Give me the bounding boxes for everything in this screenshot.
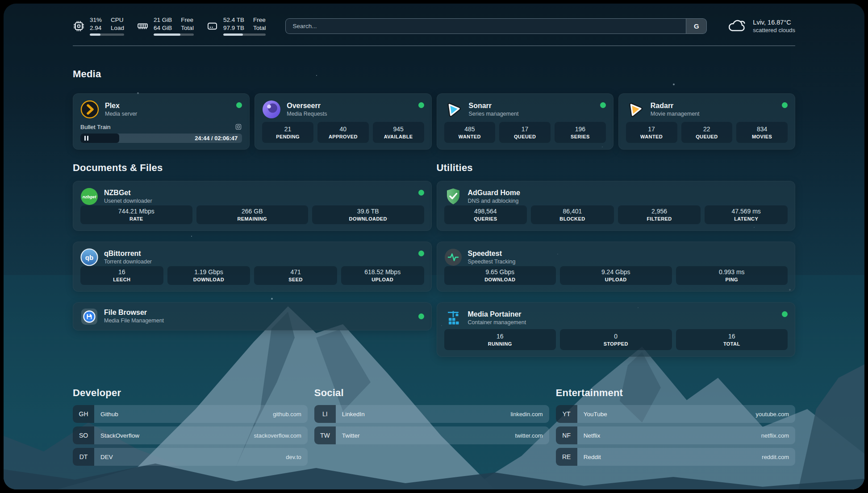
bookmark-netflix[interactable]: NF Netflix netflix.com <box>556 426 795 444</box>
status-dot <box>418 102 424 108</box>
stat-rate: 744.21 Mbps RATE <box>80 205 192 224</box>
bookmark-abbr: LI <box>314 405 336 423</box>
plex-icon <box>80 100 99 119</box>
app-name: Radarr <box>651 101 700 110</box>
search-input[interactable] <box>286 19 686 33</box>
bookmark-url: reddit.com <box>762 454 795 460</box>
nzbget-icon: nzbget <box>80 188 98 205</box>
bookmark-twitter[interactable]: TW Twitter twitter.com <box>314 426 549 444</box>
social-section: Social LI LinkedIn linkedin.com TW Twitt… <box>314 387 549 466</box>
bookmark-url: dev.to <box>286 454 307 460</box>
stat-leech: 16 LEECH <box>80 266 163 285</box>
search-bar: G <box>285 18 707 34</box>
top-bar: 31% 2.94 CPU Load <box>73 16 795 36</box>
section-title-developer: Developer <box>73 387 308 399</box>
status-dot <box>418 251 424 256</box>
bookmark-url: linkedin.com <box>510 411 549 418</box>
cpu-label: CPU <box>111 16 124 24</box>
status-dot <box>782 102 788 108</box>
app-card-nzbget[interactable]: nzbget NZBGet Usenet downloader <box>73 181 432 231</box>
bookmark-name: Netflix <box>577 432 601 439</box>
disk-free-label: Free <box>253 16 266 24</box>
stat-approved: 40 APPROVED <box>317 122 369 143</box>
cpu-load-value: 2.94 <box>90 24 102 32</box>
app-card-portainer[interactable]: Media Portainer Container management 16 … <box>437 302 796 357</box>
cpu-stat: 31% 2.94 CPU Load <box>73 16 124 36</box>
weather-widget: Lviv, 16.87°C scattered clouds <box>726 17 795 34</box>
app-card-radarr[interactable]: Radarr Movie management 17 WANTED 22 QUE… <box>618 93 795 150</box>
documents-files-section: Documents & Files nzbget <box>73 162 432 357</box>
weather-location-temp: Lviv, 16.87°C <box>753 19 795 26</box>
cpu-progress-bar <box>90 33 124 36</box>
developer-section: Developer GH Github github.com SO StackO… <box>73 387 308 466</box>
app-card-qbittorrent[interactable]: qb qBittorrent Torrent downloader <box>73 242 432 292</box>
stat-queued: 17 QUEUED <box>499 122 551 143</box>
stat-wanted: 17 WANTED <box>626 122 677 143</box>
app-card-speedtest[interactable]: Speedtest Speedtest Tracking 9.65 Gbps D… <box>437 242 796 292</box>
bookmark-url: netflix.com <box>761 432 795 439</box>
ram-icon <box>137 20 149 32</box>
app-subtitle: Usenet downloader <box>104 197 152 205</box>
header-divider <box>73 46 795 46</box>
entertainment-section: Entertainment YT YouTube youtube.com NF … <box>556 387 795 466</box>
bookmark-name: StackOverflow <box>94 432 139 439</box>
app-name: Plex <box>105 101 137 110</box>
search-engine-button[interactable]: G <box>686 19 706 33</box>
app-card-plex[interactable]: Plex Media server Bullet Train <box>73 93 250 150</box>
bookmark-linkedin[interactable]: LI LinkedIn linkedin.com <box>314 405 549 423</box>
app-card-adguard[interactable]: AdGuard Home DNS and adblocking 498,564 … <box>437 181 796 231</box>
adguard-icon <box>444 188 462 205</box>
memory-stat: 21 GiB 64 GiB Free Total <box>137 16 194 36</box>
bookmark-name: Twitter <box>336 432 360 439</box>
app-subtitle: Series management <box>469 110 519 118</box>
app-card-filebrowser[interactable]: File Browser Media File Management <box>73 302 432 330</box>
ram-progress-bar <box>154 33 194 36</box>
bookmark-url: youtube.com <box>756 411 795 418</box>
bookmark-github[interactable]: GH Github github.com <box>73 405 308 423</box>
app-subtitle: Media File Management <box>104 317 164 325</box>
bookmark-name: DEV <box>94 454 113 460</box>
filebrowser-icon <box>80 308 98 326</box>
section-title-utilities: Utilities <box>437 162 796 174</box>
utilities-section: Utilities <box>437 162 796 357</box>
stat-downloaded: 39.6 TB DOWNLOADED <box>312 205 424 224</box>
playback-time: 24:44 / 02:06:47 <box>195 135 242 142</box>
stat-latency: 47.569 ms LATENCY <box>705 205 788 224</box>
stat-ping: 0.993 ms PING <box>676 266 788 285</box>
app-subtitle: Movie management <box>651 110 700 118</box>
bookmark-abbr: TW <box>314 426 336 444</box>
bookmark-url: stackoverflow.com <box>254 432 308 439</box>
app-subtitle: Speedtest Tracking <box>468 258 516 266</box>
cpu-load-label: Load <box>111 24 124 32</box>
bookmark-name: LinkedIn <box>336 411 365 418</box>
bookmark-name: Reddit <box>577 454 601 460</box>
pause-icon <box>84 136 86 141</box>
stat-movies: 834 MOVIES <box>736 122 788 143</box>
app-card-overseerr[interactable]: Overseerr Media Requests 21 PENDING 40 A… <box>255 93 431 150</box>
app-name: Overseerr <box>287 101 327 110</box>
overseerr-icon <box>262 100 281 119</box>
bookmark-abbr: RE <box>556 448 577 466</box>
qbittorrent-icon: qb <box>80 248 98 266</box>
status-dot <box>782 311 788 317</box>
svg-text:qb: qb <box>85 254 93 261</box>
app-name: File Browser <box>104 308 164 317</box>
bookmark-url: twitter.com <box>515 432 549 439</box>
bookmark-abbr: YT <box>556 405 577 423</box>
bookmark-abbr: GH <box>73 405 94 423</box>
bookmark-reddit[interactable]: RE Reddit reddit.com <box>556 448 795 466</box>
app-name: Speedtest <box>468 249 516 258</box>
app-card-sonarr[interactable]: Sonarr Series management 485 WANTED 17 Q… <box>437 93 613 150</box>
stat-total: 16 TOTAL <box>676 329 788 350</box>
bookmark-youtube[interactable]: YT YouTube youtube.com <box>556 405 795 423</box>
section-title-documents: Documents & Files <box>73 162 432 174</box>
bookmark-stackoverflow[interactable]: SO StackOverflow stackoverflow.com <box>73 426 308 444</box>
bookmark-dev[interactable]: DT DEV dev.to <box>73 448 308 466</box>
stat-queries: 498,564 QUERIES <box>444 205 527 224</box>
playback-progress-bar: 24:44 / 02:06:47 <box>80 134 242 143</box>
plex-now-playing: Bullet Train <box>80 123 242 143</box>
stat-running: 16 RUNNING <box>444 329 556 350</box>
video-session-icon <box>235 123 242 130</box>
stat-seed: 471 SEED <box>254 266 337 285</box>
app-name: NZBGet <box>104 188 152 197</box>
